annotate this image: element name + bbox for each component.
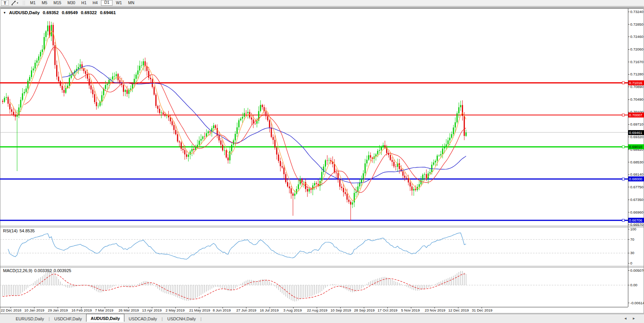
ohlc-open: 0.69352 [43, 10, 59, 15]
timeframe-button-w1[interactable]: W1 [113, 0, 125, 5]
tab-audusd[interactable]: AUDUSD,Daily [86, 314, 124, 322]
rsi-indicator-label: RSI(14)54.8535 [3, 228, 37, 233]
chart-window[interactable] [0, 8, 644, 313]
timeframe-button-m30[interactable]: M30 [65, 0, 78, 5]
chart-tabbar: EURUSD,Daily|USDCHF,DailyAUDUSD,DailyUSD… [0, 314, 644, 323]
tab-separator: | [49, 316, 50, 321]
tab-usdcnh[interactable]: USDCNH,Daily [163, 316, 200, 322]
tab-eurusd[interactable]: EURUSD,Daily [11, 316, 48, 322]
chart-symbol-label: AUDUSD,Daily [9, 10, 40, 15]
timeframe-button-h4[interactable]: H4 [90, 0, 100, 5]
tab-scroll-right-icon[interactable]: ► [632, 316, 636, 320]
timeframe-button-m5[interactable]: M5 [39, 0, 50, 5]
ohlc-low: 0.69322 [81, 10, 97, 15]
rsi-name: RSI(14) [3, 228, 18, 233]
rsi-value: 54.8535 [20, 228, 35, 233]
tab-separator: | [161, 316, 163, 321]
macd-indicator-label: MACD(12,26,9)0.0033920.003925 [3, 268, 73, 273]
timeframe-button-m1[interactable]: M1 [28, 0, 39, 5]
macd-signal-value: 0.003925 [54, 268, 71, 273]
timeframe-button-h1[interactable]: H1 [79, 0, 89, 5]
diagonal-arrows-icon [11, 1, 16, 5]
tab-scroll-left-icon[interactable]: ◄ [624, 316, 627, 320]
tab-list: EURUSD,Daily|USDCHF,DailyAUDUSD,DailyUSD… [11, 316, 202, 322]
tab-separator: | [201, 316, 202, 321]
chart-menu-caret-icon[interactable]: ▼ [3, 11, 6, 15]
chart-title: ▼ AUDUSD,Daily 0.69352 0.69549 0.69322 0… [3, 10, 116, 15]
tab-usdchf[interactable]: USDCHF,Daily [50, 316, 86, 322]
tab-usdcad[interactable]: USDCAD,Daily [124, 316, 161, 322]
toolbar: T ▾ M1M5M15M30H1H4D1W1MN [0, 0, 644, 6]
timeframe-button-m15[interactable]: M15 [51, 0, 64, 5]
macd-name: MACD(12,26,9) [3, 268, 32, 273]
timeframe-button-mn[interactable]: MN [126, 0, 137, 5]
toolbar-grip[interactable] [23, 1, 25, 5]
chart-tools-button[interactable]: ▾ [10, 0, 20, 5]
text-tool-button[interactable]: T [1, 0, 9, 6]
toolbar-divider [0, 6, 644, 8]
trading-terminal: T ▾ M1M5M15M30H1H4D1W1MN ▼ AUDUSD,Daily … [0, 0, 644, 323]
dropdown-caret-icon: ▾ [17, 2, 18, 5]
ohlc-high: 0.69549 [62, 10, 78, 15]
timeframe-button-d1[interactable]: D1 [101, 0, 112, 6]
timeframe-group: M1M5M15M30H1H4D1W1MN [27, 0, 137, 6]
macd-main-value: 0.003392 [34, 268, 52, 273]
ohlc-close: 0.69461 [100, 10, 116, 15]
